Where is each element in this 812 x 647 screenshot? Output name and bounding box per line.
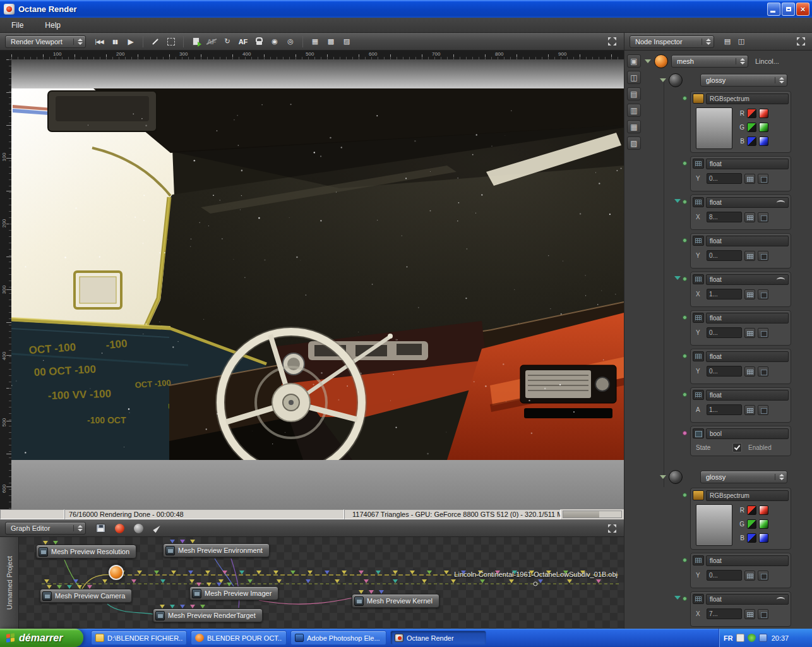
value-field[interactable]: 0... (707, 366, 742, 377)
pin-icon[interactable] (170, 605, 175, 608)
value-picker-button[interactable] (758, 328, 768, 338)
af-on-button[interactable]: AF (236, 35, 250, 49)
fit-button[interactable] (164, 35, 178, 49)
pin-icon[interactable] (359, 571, 364, 574)
pin-icon[interactable] (538, 579, 543, 583)
start-button[interactable]: démarrer (0, 629, 83, 647)
pin-icon[interactable] (369, 590, 374, 594)
value-grid-button[interactable] (744, 405, 755, 415)
graph-material-red-button[interactable] (112, 521, 126, 535)
value-picker-button[interactable] (758, 251, 768, 261)
image-icon[interactable]: ▦ (627, 120, 641, 133)
connector-dot[interactable] (683, 277, 687, 281)
value-grid-button[interactable] (744, 609, 755, 619)
node-title-bar[interactable]: float (706, 594, 789, 605)
pin-icon[interactable] (217, 583, 222, 586)
value-picker-button[interactable] (758, 366, 768, 377)
value-grid-button[interactable] (744, 289, 755, 299)
pin-icon[interactable] (376, 571, 381, 574)
refresh-button[interactable]: ↻ (220, 35, 234, 49)
pin-icon[interactable] (137, 571, 142, 574)
connector-dot[interactable] (683, 558, 687, 562)
spectrum-preview[interactable] (696, 107, 732, 149)
pin-icon[interactable] (222, 571, 227, 574)
pause-button[interactable]: ▮▮ (108, 35, 122, 49)
value-grid-button[interactable] (744, 251, 755, 261)
pin-icon[interactable] (188, 571, 193, 574)
grid-dense-button[interactable]: ▩ (324, 35, 338, 49)
pin-icon[interactable] (196, 583, 201, 586)
pin-icon[interactable] (596, 579, 601, 583)
enabled-checkbox[interactable] (732, 443, 742, 452)
inspector-layers-button[interactable]: ◫ (734, 35, 748, 49)
display-icon[interactable]: ▣ (627, 54, 641, 68)
pen-button[interactable] (148, 35, 162, 49)
inspector-expand-button[interactable] (794, 35, 808, 49)
value-grid-button[interactable] (744, 174, 755, 184)
connector-dot[interactable] (683, 354, 687, 358)
node-title-bar[interactable]: float (706, 351, 789, 362)
node-inspector-dropdown[interactable]: Node Inspector (630, 35, 714, 48)
pin-icon[interactable] (160, 605, 165, 608)
value-picker-button[interactable] (758, 609, 768, 619)
pin-icon[interactable] (379, 590, 384, 594)
connector-dot[interactable] (683, 493, 687, 497)
pin-icon[interactable] (57, 585, 62, 589)
pin-icon[interactable] (53, 541, 58, 545)
minimize-button[interactable] (767, 3, 780, 16)
pin-icon[interactable] (335, 579, 340, 583)
value-picker-button[interactable] (758, 174, 768, 184)
pin-icon[interactable] (509, 579, 514, 583)
menu-help[interactable]: Help (42, 20, 63, 31)
color-swatch[interactable] (759, 109, 768, 118)
pin-icon[interactable] (290, 571, 296, 574)
pin-icon[interactable] (67, 585, 72, 589)
material-dropdown[interactable]: glossy (700, 471, 787, 483)
taskbar-item[interactable]: Adobe Photoshop Ele... (290, 631, 386, 645)
value-field[interactable]: 7... (707, 608, 742, 619)
pin-icon[interactable] (239, 571, 244, 574)
graph-material-gray-button[interactable] (131, 521, 145, 535)
pin-icon[interactable] (43, 541, 48, 545)
connector-dot[interactable] (683, 96, 687, 100)
pin-icon[interactable] (410, 571, 415, 574)
value-picker-button[interactable] (758, 571, 768, 581)
value-field[interactable]: 0... (707, 327, 742, 338)
graph-knife-button[interactable] (150, 521, 164, 535)
lock-button[interactable] (252, 35, 266, 49)
pin-icon[interactable] (154, 571, 159, 574)
pin-icon[interactable] (422, 579, 427, 583)
color-swatch[interactable] (747, 123, 756, 132)
color-swatch[interactable] (759, 505, 768, 515)
value-field[interactable]: 0... (707, 250, 742, 261)
spectrum-preview[interactable] (696, 504, 732, 546)
value-picker-button[interactable] (758, 212, 768, 222)
pin-icon[interactable] (277, 579, 282, 583)
viewport-expand-button[interactable] (605, 35, 619, 49)
pin-icon[interactable] (273, 571, 278, 574)
graph-node-mesh-preview-environment[interactable]: Mesh Preview Environment (163, 543, 270, 557)
pin-icon[interactable] (87, 585, 92, 589)
pin-icon[interactable] (170, 540, 175, 543)
lens-outline-button[interactable]: ◎ (284, 35, 297, 49)
pin-icon[interactable] (359, 590, 364, 594)
pin-icon[interactable] (190, 540, 195, 543)
pin-icon[interactable] (180, 540, 185, 543)
pick-button[interactable] (189, 35, 203, 49)
grid-half-button[interactable]: ▨ (340, 35, 354, 49)
texture-icon[interactable]: ▨ (627, 136, 641, 150)
color-swatch[interactable] (759, 533, 768, 543)
pin-icon[interactable] (47, 585, 52, 589)
node-title-bar[interactable]: float (706, 390, 789, 401)
value-grid-button[interactable] (744, 366, 755, 377)
node-title-bar[interactable]: float (706, 555, 789, 566)
graph-canvas[interactable]: Lincoln-Continental-1961-OctaneLowSubdiv… (19, 537, 624, 629)
connector-dot[interactable] (683, 238, 687, 243)
pin-icon[interactable] (444, 571, 449, 574)
graph-save-button[interactable] (93, 521, 107, 535)
value-field[interactable]: 0... (707, 570, 742, 581)
pin-icon[interactable] (73, 579, 78, 583)
material-ball-node[interactable] (109, 565, 124, 580)
pin-icon[interactable] (77, 585, 82, 589)
node-title-bar[interactable]: float (706, 236, 789, 246)
